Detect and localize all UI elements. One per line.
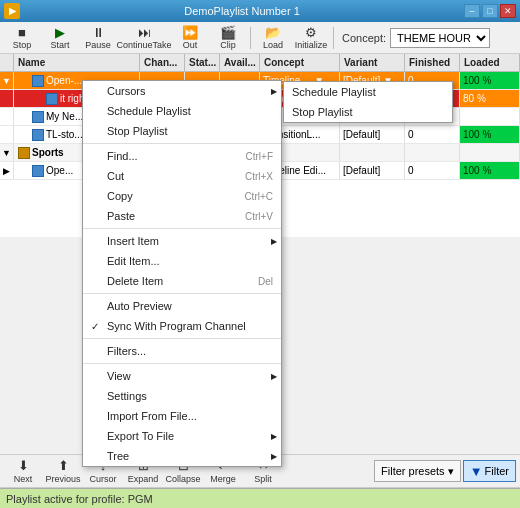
- menu-separator: [83, 143, 281, 144]
- menu-item-label: Delete Item: [107, 275, 163, 287]
- menu-item-settings[interactable]: Settings: [83, 386, 281, 406]
- menu-item-delete[interactable]: Delete Item Del: [83, 271, 281, 291]
- menu-item-label: Copy: [107, 190, 133, 202]
- menu-item-view[interactable]: View: [83, 366, 281, 386]
- shortcut-cut: Ctrl+X: [245, 171, 273, 182]
- menu-item-sync-channel[interactable]: Sync With Program Channel: [83, 316, 281, 336]
- menu-item-label: Schedule Playlist: [107, 105, 191, 117]
- context-menu: Cursors Schedule Playlist Stop Playlist …: [82, 80, 282, 467]
- menu-item-edit[interactable]: Edit Item...: [83, 251, 281, 271]
- menu-item-label: View: [107, 370, 131, 382]
- menu-item-label: Auto Preview: [107, 300, 172, 312]
- menu-item-label: Cursors: [107, 85, 146, 97]
- shortcut-delete: Del: [258, 276, 273, 287]
- menu-item-label: Import From File...: [107, 410, 197, 422]
- menu-item-insert[interactable]: Insert Item: [83, 231, 281, 251]
- menu-item-label: Stop Playlist: [107, 125, 168, 137]
- menu-separator: [83, 338, 281, 339]
- menu-item-label: Edit Item...: [107, 255, 160, 267]
- context-menu-overlay: Cursors Schedule Playlist Stop Playlist …: [0, 0, 520, 508]
- menu-item-tree[interactable]: Tree: [83, 446, 281, 466]
- menu-item-cut[interactable]: Cut Ctrl+X: [83, 166, 281, 186]
- menu-item-stop-playlist[interactable]: Stop Playlist: [83, 121, 281, 141]
- shortcut-copy: Ctrl+C: [244, 191, 273, 202]
- menu-item-paste[interactable]: Paste Ctrl+V: [83, 206, 281, 226]
- shortcut-paste: Ctrl+V: [245, 211, 273, 222]
- submenu-stop-playlist[interactable]: Stop Playlist: [284, 102, 452, 122]
- menu-separator: [83, 293, 281, 294]
- menu-item-label: Export To File: [107, 430, 174, 442]
- menu-item-find[interactable]: Find... Ctrl+F: [83, 146, 281, 166]
- menu-item-label: Settings: [107, 390, 147, 402]
- menu-item-label: Filters...: [107, 345, 146, 357]
- menu-item-schedule-playlist[interactable]: Schedule Playlist: [83, 101, 281, 121]
- menu-item-label: Cut: [107, 170, 124, 182]
- shortcut-find: Ctrl+F: [246, 151, 274, 162]
- menu-item-cursors[interactable]: Cursors Schedule Playlist Stop Playlist: [83, 81, 281, 101]
- menu-item-label: Sync With Program Channel: [107, 320, 246, 332]
- menu-separator: [83, 363, 281, 364]
- menu-separator: [83, 228, 281, 229]
- submenu-schedule-playlist[interactable]: Schedule Playlist: [284, 82, 452, 102]
- menu-item-copy[interactable]: Copy Ctrl+C: [83, 186, 281, 206]
- menu-item-auto-preview[interactable]: Auto Preview: [83, 296, 281, 316]
- menu-item-export[interactable]: Export To File: [83, 426, 281, 446]
- menu-item-filters[interactable]: Filters...: [83, 341, 281, 361]
- menu-item-label: Paste: [107, 210, 135, 222]
- menu-item-label: Insert Item: [107, 235, 159, 247]
- cursors-submenu: Schedule Playlist Stop Playlist: [283, 81, 453, 123]
- menu-item-label: Tree: [107, 450, 129, 462]
- menu-item-label: Find...: [107, 150, 138, 162]
- menu-item-import[interactable]: Import From File...: [83, 406, 281, 426]
